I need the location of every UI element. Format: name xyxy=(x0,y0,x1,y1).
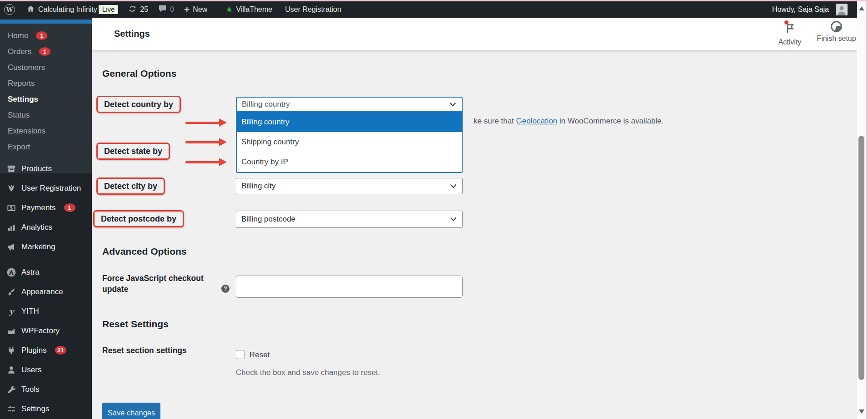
woocommerce-active-item-partial[interactable] xyxy=(0,20,92,24)
section-heading-reset: Reset Settings xyxy=(102,319,169,330)
reset-help-text: Check the box and save changes to reset. xyxy=(236,368,380,377)
geolocation-link[interactable]: Geolocation xyxy=(516,117,558,125)
activity-button[interactable]: Activity xyxy=(773,22,807,46)
howdy-text: Howdy, Saja Saja xyxy=(772,5,829,14)
sidebar-subitem-orders[interactable]: Orders1 xyxy=(0,44,92,59)
sidebar-item-products[interactable]: Products xyxy=(0,159,92,178)
new-label: New xyxy=(193,5,207,14)
sidebar-item-label: Analytics xyxy=(21,223,52,232)
detect-city-value: Billing city xyxy=(241,182,276,191)
reset-section-label: Reset section settings xyxy=(102,346,187,355)
live-badge: Live xyxy=(99,5,119,14)
chevron-down-icon xyxy=(450,215,457,224)
yith-icon: y xyxy=(6,306,17,317)
sidebar-item-user-registration[interactable]: User Registration xyxy=(0,178,92,198)
window-edge-top xyxy=(0,0,868,1)
annotation-box-detect-country: Detect country by xyxy=(96,96,181,113)
sidebar-item-wpfactory[interactable]: WPFactory xyxy=(0,321,92,340)
wp-logo-menu[interactable]: W xyxy=(0,1,20,18)
description-suffix: in WooCommerce is available. xyxy=(557,117,663,125)
notification-badge: 1 xyxy=(39,47,50,56)
sidebar-subitem-label: Status xyxy=(8,111,30,120)
sidebar-subitem-export[interactable]: Export xyxy=(0,139,92,155)
chevron-down-icon xyxy=(449,100,456,109)
comments-link[interactable]: 0 xyxy=(153,1,179,18)
scrollbar-thumb[interactable] xyxy=(858,136,864,380)
sidebar-item-settings[interactable]: Settings xyxy=(0,399,92,419)
sidebar-item-label: Appearance xyxy=(21,287,63,296)
reset-checkbox[interactable] xyxy=(236,350,245,359)
sidebar-item-marketing[interactable]: Marketing xyxy=(0,237,92,256)
sidebar-item-astra[interactable]: Astra xyxy=(0,262,92,282)
window-edge-right xyxy=(866,0,868,419)
sidebar-subitem-extensions[interactable]: Extensions xyxy=(0,123,92,139)
scrollbar-up-arrow[interactable] xyxy=(859,6,864,10)
wordpress-logo-icon: W xyxy=(4,4,15,15)
updates-link[interactable]: 25 xyxy=(123,1,153,18)
analytics-icon xyxy=(6,222,17,233)
products-icon xyxy=(6,163,17,174)
star-icon: ★ xyxy=(225,5,233,14)
sidebar-subitem-label: Orders xyxy=(8,47,31,56)
admin-bar: W Calculating Infinity Live 25 0 + New ★… xyxy=(0,1,866,18)
sidebar-item-appearance[interactable]: Appearance xyxy=(0,282,92,301)
sidebar-item-label: YITH xyxy=(21,307,39,316)
sidebar-subitem-customers[interactable]: Customers xyxy=(0,59,92,75)
plugins-icon xyxy=(6,345,17,356)
villatheme-label: VillaTheme xyxy=(236,5,273,14)
payments-icon: $ xyxy=(6,202,17,213)
detect-state-label: Detect state by xyxy=(104,147,162,156)
detect-city-select[interactable]: Billing city xyxy=(236,178,463,194)
sidebar-subitem-status[interactable]: Status xyxy=(0,107,92,123)
sidebar-item-label: Products xyxy=(21,164,52,173)
sidebar-subitem-reports[interactable]: Reports xyxy=(0,75,92,91)
finish-setup-label: Finish setup xyxy=(817,35,856,43)
dropdown-option-country-by-ip[interactable]: Country by IP xyxy=(237,152,462,172)
sidebar-subitem-label: Reports xyxy=(8,79,35,88)
update-count: 25 xyxy=(140,5,148,14)
detect-postcode-value: Billing postcode xyxy=(241,215,295,224)
menu-separator xyxy=(0,256,92,262)
annotation-box-detect-postcode: Detect postcode by xyxy=(93,210,184,227)
new-content-link[interactable]: + New xyxy=(179,1,212,18)
sidebar-subitem-label: Extensions xyxy=(8,127,45,136)
scrollbar-down-arrow[interactable] xyxy=(859,409,864,414)
detect-postcode-select[interactable]: Billing postcode xyxy=(236,211,463,228)
sidebar-item-label: Plugins xyxy=(21,346,47,355)
section-heading-general: General Options xyxy=(102,68,176,79)
sidebar-subitem-settings[interactable]: Settings xyxy=(0,91,92,107)
section-heading-advanced: Advanced Options xyxy=(102,246,187,257)
settings-icon xyxy=(6,404,17,414)
sidebar-item-analytics[interactable]: Analytics xyxy=(0,217,92,237)
help-icon[interactable]: ? xyxy=(221,285,229,293)
dropdown-option-billing-country[interactable]: Billing country xyxy=(237,112,462,132)
sidebar-item-payments[interactable]: $Payments1 xyxy=(0,198,92,217)
sidebar-item-yith[interactable]: yYITH xyxy=(0,301,92,321)
detect-country-select[interactable]: Billing country xyxy=(236,97,463,112)
scrollbar-track[interactable] xyxy=(857,1,866,419)
marketing-icon xyxy=(6,242,17,252)
user-registration-bar-link[interactable]: User Registration xyxy=(280,1,346,18)
sidebar-item-tools[interactable]: Tools xyxy=(0,380,92,399)
notification-badge: 1 xyxy=(36,31,47,40)
sidebar-subitem-home[interactable]: Home1 xyxy=(0,28,92,44)
finish-setup-button[interactable]: Finish setup xyxy=(815,21,858,43)
force-js-input[interactable] xyxy=(236,276,463,298)
villatheme-link[interactable]: ★ VillaTheme xyxy=(220,1,277,18)
sidebar-item-label: Marketing xyxy=(21,242,55,251)
updates-icon xyxy=(128,5,137,15)
sidebar-subitem-label: Settings xyxy=(8,95,38,104)
sidebar-item-users[interactable]: Users xyxy=(0,360,92,380)
annotation-arrow-option-3 xyxy=(185,158,227,166)
sidebar-item-plugins[interactable]: Plugins21 xyxy=(0,340,92,360)
account-menu[interactable]: Howdy, Saja Saja xyxy=(767,1,866,18)
sidebar-item-label: Settings xyxy=(21,404,49,414)
annotation-box-detect-city: Detect city by xyxy=(96,177,165,195)
finish-setup-progress-icon xyxy=(831,21,842,32)
save-changes-button[interactable]: Save changes xyxy=(102,403,160,419)
svg-text:y: y xyxy=(9,306,15,316)
sidebar-subitem-label: Export xyxy=(8,143,30,152)
site-name-link[interactable]: Calculating Infinity Live xyxy=(20,1,123,18)
dropdown-option-shipping-country[interactable]: Shipping country xyxy=(237,132,462,152)
notification-badge: 21 xyxy=(55,346,66,355)
